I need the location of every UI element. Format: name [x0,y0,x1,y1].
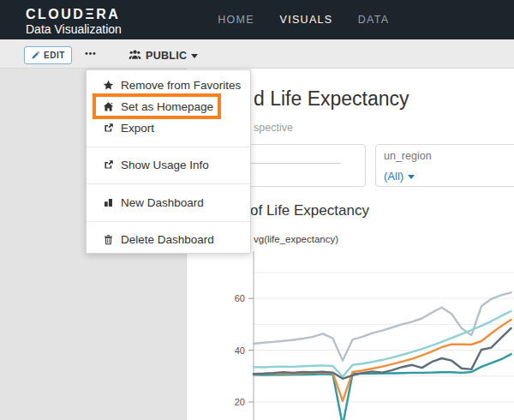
top-navbar: CLOUDΞRA Data Visualization HOMEVISUALSD… [0,0,514,39]
menu-item-remove-from-favorites[interactable]: Remove from Favorites [87,75,250,95]
menu-item-label: Delete Dashboard [121,233,214,246]
chart-y-axis-label: vg(life_expectancy) [254,234,338,244]
svg-text:20: 20 [235,397,245,407]
chart-gridlines [254,273,514,402]
chevron-down-icon [408,175,415,179]
more-options-button[interactable] [81,50,99,60]
menu-item-delete-dashboard[interactable]: Delete Dashboard [87,229,250,249]
menu-divider [87,183,250,184]
visibility-label: PUBLIC [146,50,187,62]
chevron-down-icon [191,54,198,58]
export-icon [102,159,114,171]
edit-button[interactable]: EDIT [24,46,72,64]
menu-divider [87,147,250,147]
dashboard-icon [102,196,114,208]
visibility-dropdown-button[interactable]: PUBLIC [128,47,198,64]
menu-item-label: Show Usage Info [121,159,209,171]
trash-icon [102,233,114,245]
menu-divider [87,221,250,222]
filter-selected-value: (All) [384,170,403,183]
dashboard-title: d Life Expectancy [254,87,409,111]
nav-item-home[interactable]: HOME [218,14,254,26]
menu-item-label: Export [121,122,154,135]
people-icon [128,48,141,64]
menu-item-show-usage-info[interactable]: Show Usage Info [87,154,250,175]
nav-item-visuals[interactable]: VISUALS [280,14,333,26]
dashboard-toolbar [0,39,514,69]
menu-item-label: New Dashboard [121,196,204,209]
pencil-icon [31,48,40,63]
menu-item-label: Remove from Favorites [121,79,241,92]
ellipsis-icon [85,47,96,63]
app-window: CLOUDΞRA Data Visualization HOMEVISUALSD… [0,0,514,420]
export-icon [102,122,114,134]
edit-button-label: EDIT [44,51,65,60]
nav-item-data[interactable]: DATA [358,14,390,26]
cloudera-logo: CLOUDΞRA [26,7,120,22]
menu-item-export[interactable]: Export [87,117,250,138]
menu-item-new-dashboard[interactable]: New Dashboard [87,192,250,213]
svg-text:40: 40 [235,345,245,356]
filter-value-dropdown[interactable]: (All) [384,170,415,183]
chart-title: of Life Expectancy [250,202,369,219]
filter-label-un-region: un_region [384,150,432,162]
star-icon [102,79,114,91]
svg-text:60: 60 [235,293,245,303]
product-name: Data Visualization [26,22,122,36]
chart-series-dark-teal [254,354,511,420]
annotation-highlight-box [93,93,221,119]
line-chart: 604020 [186,249,514,420]
chart-y-axis: 604020 [235,251,254,420]
dashboard-subtitle: spective [254,122,293,134]
